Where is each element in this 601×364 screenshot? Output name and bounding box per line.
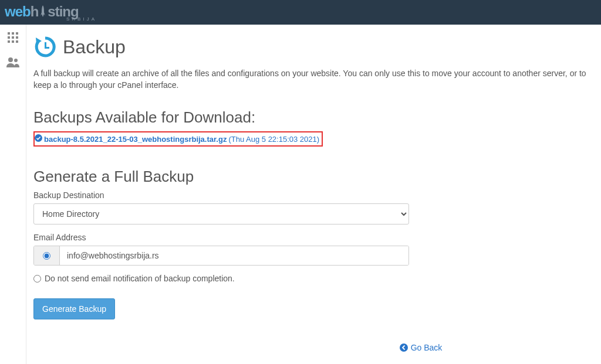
backup-file-date: (Thu Aug 5 22:15:03 2021) <box>228 135 319 144</box>
grid-icon[interactable] <box>7 32 19 46</box>
go-back-link[interactable]: Go Back <box>400 343 443 352</box>
main-content: Backup A full backup will create an arch… <box>26 25 601 364</box>
destination-label: Backup Destination <box>33 190 594 200</box>
logo: webhsting SRBIJA <box>5 4 97 22</box>
email-input[interactable] <box>60 246 408 265</box>
email-radio-cell <box>34 246 60 265</box>
svg-rect-2 <box>16 32 18 35</box>
go-back-text: Go Back <box>411 343 443 352</box>
no-email-row: Do not send email notification of backup… <box>33 274 594 283</box>
svg-point-15 <box>400 343 408 352</box>
logo-part1: web <box>5 4 31 19</box>
svg-rect-3 <box>8 36 10 39</box>
svg-rect-5 <box>16 36 18 39</box>
logo-part2: h <box>31 4 39 19</box>
svg-rect-4 <box>12 36 14 39</box>
page-title-row: Backup <box>33 35 594 59</box>
no-email-radio[interactable] <box>33 275 41 283</box>
backup-highlight-box: backup-8.5.2021_22-15-03_webhostingsrbij… <box>33 131 323 147</box>
svg-point-10 <box>14 59 18 62</box>
svg-rect-1 <box>12 32 14 35</box>
svg-rect-6 <box>8 40 10 43</box>
destination-select[interactable]: Home Directory <box>33 203 409 224</box>
email-row <box>33 246 409 266</box>
backup-file-link[interactable]: backup-8.5.2021_22-15-03_webhostingsrbij… <box>44 135 227 144</box>
topbar: webhsting SRBIJA <box>0 0 601 25</box>
page-title: Backup <box>63 36 126 58</box>
go-back-row: Go Back <box>233 343 601 353</box>
backup-icon <box>33 35 57 59</box>
svg-rect-8 <box>16 40 18 43</box>
no-email-label: Do not send email notification of backup… <box>45 274 235 283</box>
generate-backup-button[interactable]: Generate Backup <box>33 298 115 319</box>
page-description: A full backup will create an archive of … <box>33 68 594 91</box>
email-radio[interactable] <box>43 252 50 260</box>
check-circle-icon <box>35 134 42 144</box>
email-label: Email Address <box>33 233 594 242</box>
available-heading: Backups Available for Download: <box>33 108 594 127</box>
sidebar <box>0 25 26 364</box>
logo-sub: SRBIJA <box>66 16 97 22</box>
users-icon[interactable] <box>6 57 20 72</box>
svg-rect-7 <box>12 40 14 43</box>
arrow-left-circle-icon <box>400 343 408 352</box>
svg-rect-0 <box>8 32 10 35</box>
rocket-icon <box>38 5 48 18</box>
svg-rect-13 <box>45 47 49 49</box>
svg-point-14 <box>35 134 42 142</box>
svg-point-9 <box>8 57 13 62</box>
generate-heading: Generate a Full Backup <box>33 168 594 186</box>
